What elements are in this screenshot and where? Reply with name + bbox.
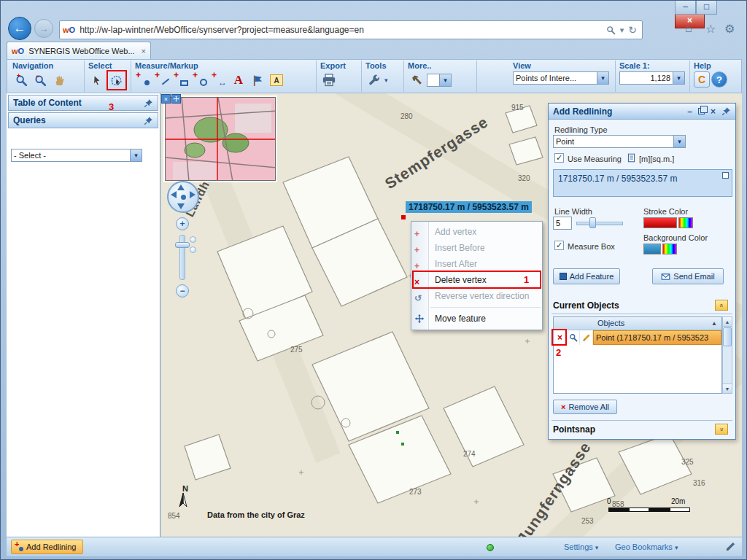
maximize-button[interactable]: □	[696, 1, 717, 15]
copyright-button[interactable]: C	[694, 71, 710, 88]
more-tools-button[interactable]	[408, 71, 425, 89]
url-text[interactable]: http://w-lap-wintner/WebOffice/synserver…	[80, 25, 604, 35]
expand-section-button[interactable]: «	[715, 424, 728, 435]
query-select-dropdown[interactable]: - Select - ▾	[11, 149, 142, 162]
zoom-out-button[interactable]: −	[31, 71, 49, 89]
add-redlining-status-button[interactable]: + Add Redlining	[11, 540, 83, 554]
scale-caret-icon[interactable]: ▾	[673, 72, 684, 84]
menu-item-insert-before[interactable]: + Insert Before	[411, 240, 542, 256]
active-vertex-marker[interactable]	[401, 215, 406, 219]
background-color-swatch[interactable]	[643, 244, 661, 254]
use-measuring-checkbox[interactable]: ✓	[554, 153, 564, 163]
object-row-text[interactable]: Point (1718750.17 m / 5953523	[593, 330, 721, 345]
background-color-picker-icon[interactable]	[662, 244, 677, 254]
menu-item-add-vertex[interactable]: + Add vertex	[411, 224, 542, 240]
zoom-out-widget-button[interactable]: −	[176, 284, 189, 298]
delete-object-icon[interactable]: ×	[554, 330, 567, 345]
measure-line-button[interactable]: +	[154, 71, 171, 89]
pan-button[interactable]	[50, 71, 68, 89]
menu-item-insert-after[interactable]: + Insert After	[411, 256, 542, 272]
tab-close-icon[interactable]: ×	[142, 47, 146, 55]
print-button[interactable]	[320, 71, 338, 89]
stroke-color-swatch[interactable]	[643, 217, 677, 228]
redlining-type-dropdown[interactable]: Point ▾	[553, 135, 686, 148]
favorites-star-icon[interactable]: ☆	[705, 22, 716, 36]
overview-move-icon[interactable]	[171, 94, 181, 104]
zoom-to-object-icon[interactable]	[567, 330, 580, 345]
home-icon[interactable]: ⌂	[685, 22, 692, 35]
scale-dropdown[interactable]: 1,128 ▾	[619, 71, 685, 85]
panel-minimize-icon[interactable]: –	[687, 106, 692, 117]
objects-table-header[interactable]: Objects ▲	[554, 317, 721, 330]
zoom-slider-handle[interactable]	[175, 242, 190, 248]
measure-area-button[interactable]: +	[173, 71, 190, 89]
back-button[interactable]: ←	[8, 17, 31, 40]
line-width-slider-handle[interactable]	[589, 217, 596, 228]
table-of-content-header[interactable]: Table of Content	[8, 95, 158, 111]
popout-icon[interactable]	[722, 172, 729, 179]
menu-item-move-feature[interactable]: Move feature	[411, 311, 542, 327]
menu-item-reverse-direction[interactable]: ↺ Reverse vertex direction	[411, 288, 542, 304]
panel-close-icon[interactable]: ×	[711, 106, 716, 117]
pan-compass[interactable]	[167, 181, 199, 213]
line-width-slider-track[interactable]	[576, 222, 623, 225]
measure-circle-button[interactable]: +	[192, 71, 209, 89]
search-icon[interactable]	[606, 26, 616, 35]
panel-header[interactable]: Add Redlining – ×	[549, 104, 735, 120]
menu-item-delete-vertex[interactable]: × Delete vertex	[411, 272, 542, 288]
address-bar[interactable]: wO http://w-lap-wintner/WebOffice/synser…	[59, 20, 643, 39]
panel-restore-icon[interactable]	[698, 106, 705, 117]
zoom-preset-button[interactable]	[190, 236, 196, 243]
send-email-button[interactable]: Send Email	[652, 268, 724, 284]
collapse-section-button[interactable]: «	[715, 300, 728, 311]
scroll-down-icon[interactable]: ▼	[723, 384, 732, 393]
settings-menu[interactable]: Settings ▾	[564, 542, 598, 551]
refresh-icon[interactable]: ↻	[628, 24, 637, 36]
text-annotation-button[interactable]: A	[230, 71, 247, 89]
measure-coordinate-button[interactable]: +↔	[211, 71, 228, 89]
queries-header[interactable]: Queries	[8, 112, 158, 128]
add-feature-button[interactable]: Add Feature	[553, 268, 620, 284]
remove-all-button[interactable]: × Remove All	[553, 400, 617, 414]
sort-ascending-icon[interactable]: ▲	[711, 320, 717, 327]
select-features-button[interactable]	[88, 71, 106, 89]
stroke-color-picker-icon[interactable]	[678, 217, 693, 228]
object-row[interactable]: × Point (1718750.17 m / 5953523	[554, 330, 721, 345]
browser-tab[interactable]: wO SYNERGIS WebOffice Web... ×	[7, 42, 151, 59]
panel-pin-icon[interactable]	[721, 106, 731, 116]
zoom-in-button[interactable]: +	[12, 71, 30, 89]
geo-bookmarks-menu[interactable]: Geo Bookmarks ▾	[615, 542, 678, 551]
minimize-button[interactable]: –	[675, 1, 696, 15]
tools-dropdown-icon[interactable]: ▾	[384, 77, 388, 84]
overview-map[interactable]	[165, 97, 276, 181]
select-polygon-button[interactable]	[107, 71, 125, 89]
zoom-in-widget-button[interactable]: +	[176, 217, 189, 230]
scroll-up-icon[interactable]: ▲	[723, 317, 732, 327]
more-tools-dropdown[interactable]: ▾	[427, 74, 452, 87]
label-button[interactable]: A	[268, 71, 285, 89]
settings-gear-icon[interactable]: ⚙	[724, 22, 735, 36]
address-dropdown-icon[interactable]: ▾	[620, 26, 624, 35]
flag-marker-button[interactable]	[249, 71, 266, 89]
query-select-caret-icon[interactable]: ▾	[130, 149, 142, 161]
view-caret-icon[interactable]: ▾	[597, 72, 608, 84]
objects-column-header[interactable]: Objects	[597, 319, 624, 327]
more-caret-icon[interactable]: ▾	[439, 74, 451, 86]
overview-close-icon[interactable]: ×	[161, 94, 171, 104]
view-dropdown[interactable]: Points of Intere... ▾	[513, 71, 609, 85]
edit-object-icon[interactable]	[580, 330, 593, 345]
pan-west-icon[interactable]	[171, 191, 177, 198]
forward-button[interactable]: →	[34, 19, 53, 38]
line-width-input[interactable]: 5	[553, 217, 572, 230]
pin-icon[interactable]	[144, 116, 153, 125]
measure-box-checkbox[interactable]: ✓	[554, 241, 564, 250]
pan-center-icon[interactable]	[181, 195, 186, 200]
tools-button[interactable]	[365, 71, 383, 89]
help-button[interactable]: ?	[711, 71, 727, 88]
pan-south-icon[interactable]	[177, 203, 185, 209]
pan-north-icon[interactable]	[177, 184, 185, 190]
pan-east-icon[interactable]	[190, 191, 196, 198]
objects-scrollbar[interactable]: ▲ ▼	[722, 316, 732, 394]
redlining-type-caret-icon[interactable]: ▾	[673, 136, 685, 147]
zoom-preset-button[interactable]	[190, 246, 196, 253]
